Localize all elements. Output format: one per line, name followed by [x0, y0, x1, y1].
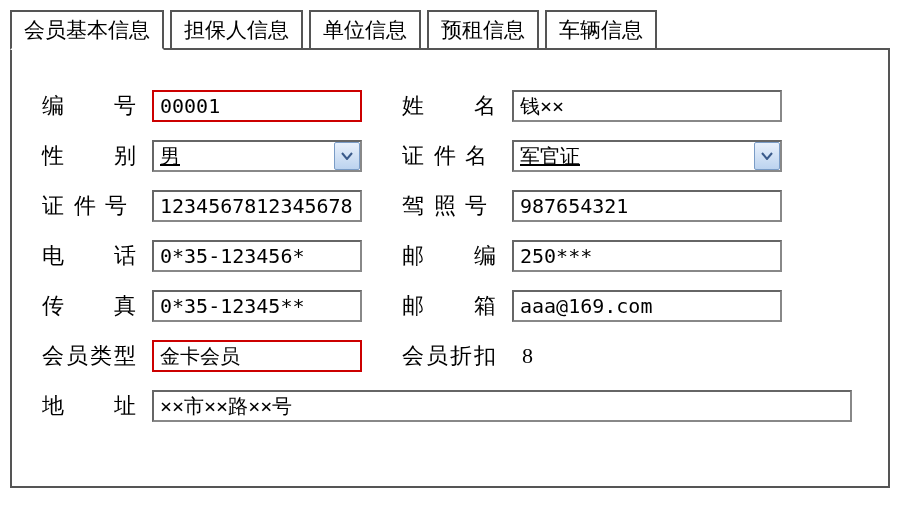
phone-input[interactable]: [152, 240, 362, 272]
gender-label: 性 别: [42, 141, 152, 171]
phone-label: 电 话: [42, 241, 152, 271]
email-input[interactable]: [512, 290, 782, 322]
email-label: 邮 箱: [402, 291, 512, 321]
tab-company[interactable]: 单位信息: [309, 10, 421, 50]
form-panel: 编 号 姓 名 性 别 证 件 名: [10, 48, 890, 488]
doc-type-label: 证 件 名: [402, 141, 512, 171]
tab-member-basic[interactable]: 会员基本信息: [10, 10, 164, 50]
discount-label: 会员折扣: [402, 341, 512, 371]
name-label: 姓 名: [402, 91, 512, 121]
fax-input[interactable]: [152, 290, 362, 322]
chevron-down-icon[interactable]: [334, 142, 360, 170]
license-no-label: 驾 照 号: [402, 191, 512, 221]
doc-no-input[interactable]: [152, 190, 362, 222]
address-label: 地 址: [42, 391, 152, 421]
id-label: 编 号: [42, 91, 152, 121]
license-no-input[interactable]: [512, 190, 782, 222]
gender-select[interactable]: [152, 140, 362, 172]
chevron-down-icon[interactable]: [754, 142, 780, 170]
doc-no-label: 证 件 号: [42, 191, 152, 221]
member-type-label: 会员类型: [42, 341, 152, 371]
tab-vehicle[interactable]: 车辆信息: [545, 10, 657, 50]
tab-prerent[interactable]: 预租信息: [427, 10, 539, 50]
discount-value: 8: [522, 343, 533, 369]
postcode-input[interactable]: [512, 240, 782, 272]
address-input[interactable]: [152, 390, 852, 422]
tabs-bar: 会员基本信息 担保人信息 单位信息 预租信息 车辆信息: [10, 10, 890, 50]
tab-guarantor[interactable]: 担保人信息: [170, 10, 303, 50]
doc-type-select[interactable]: [512, 140, 782, 172]
postcode-label: 邮 编: [402, 241, 512, 271]
id-input[interactable]: [152, 90, 362, 122]
fax-label: 传 真: [42, 291, 152, 321]
name-input[interactable]: [512, 90, 782, 122]
member-type-input[interactable]: [152, 340, 362, 372]
